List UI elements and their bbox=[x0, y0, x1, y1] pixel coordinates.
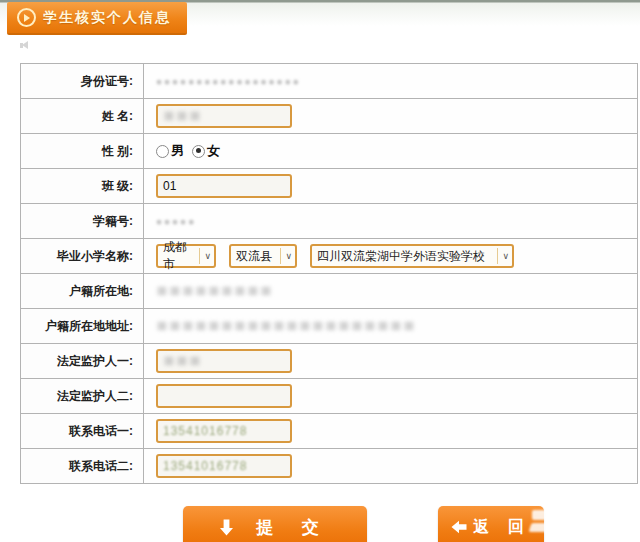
class-input[interactable]: 01 bbox=[156, 174, 292, 198]
gender-female-label: 女 bbox=[207, 142, 220, 160]
form-row-name: 姓 名: 〓〓〓 bbox=[21, 99, 637, 134]
field-label-guardian-1: 法定监护人一: bbox=[21, 344, 144, 378]
form-row-guardian-2: 法定监护人二: bbox=[21, 379, 637, 414]
speaker-icon bbox=[20, 41, 30, 50]
back-button-label: 返 回 bbox=[473, 517, 530, 538]
school-name-value: 四川双流棠湖中学外语实验学校 bbox=[317, 248, 485, 265]
submit-button-label: 提 交 bbox=[256, 516, 331, 539]
field-label-name: 姓 名: bbox=[21, 99, 144, 133]
page-title: 学生核实个人信息 bbox=[43, 9, 171, 27]
gender-male-label: 男 bbox=[171, 142, 184, 160]
field-label-residence: 户籍所在地: bbox=[21, 274, 144, 308]
field-label-residence-address: 户籍所在地地址: bbox=[21, 309, 144, 343]
form-row-residence: 户籍所在地: 〓〓〓〓〓〓〓〓〓 bbox=[21, 274, 637, 309]
school-county-select[interactable]: 双流县 ∨ bbox=[229, 244, 297, 268]
school-county-value: 双流县 bbox=[236, 248, 272, 265]
form-row-id-number: 身份证号: ●●●●●●●●●●●●●●●●●● bbox=[21, 64, 637, 99]
form-row-residence-address: 户籍所在地地址: 〓〓〓〓〓〓〓〓〓〓〓〓〓〓〓〓〓〓〓〓 bbox=[21, 309, 637, 344]
field-label-gender: 性 别: bbox=[21, 134, 144, 168]
id-number-redacted-value: ●●●●●●●●●●●●●●●●●● bbox=[156, 76, 301, 87]
form-row-phone-1: 联系电话一: 13541016778 bbox=[21, 414, 637, 449]
field-label-id-number: 身份证号: bbox=[21, 64, 144, 98]
school-city-value: 成都市 bbox=[163, 239, 194, 273]
form-row-student-number: 学籍号: ●●●●● bbox=[21, 204, 637, 239]
back-button[interactable]: 返 回 bbox=[438, 506, 544, 542]
form-row-gender: 性 别: 男 女 bbox=[21, 134, 637, 169]
form-row-graduated-school: 毕业小学名称: 成都市 ∨ 双流县 ∨ 四川双流棠湖中学外语实验学校 ∨ bbox=[21, 239, 637, 274]
play-circle-icon bbox=[17, 8, 36, 27]
field-label-phone-2: 联系电话二: bbox=[21, 449, 144, 483]
student-number-redacted-value: ●●●●● bbox=[156, 216, 196, 227]
submit-button[interactable]: 提 交 bbox=[183, 506, 367, 542]
school-city-select[interactable]: 成都市 ∨ bbox=[156, 244, 216, 268]
name-input[interactable]: 〓〓〓 bbox=[156, 104, 292, 128]
chevron-down-icon: ∨ bbox=[497, 248, 509, 264]
field-label-phone-1: 联系电话一: bbox=[21, 414, 144, 448]
field-label-class: 班 级: bbox=[21, 169, 144, 203]
phone-2-redacted-value: 13541016778 bbox=[163, 459, 247, 473]
guardian-1-redacted-value: 〓〓〓 bbox=[163, 353, 202, 370]
field-label-student-number: 学籍号: bbox=[21, 204, 144, 238]
class-value: 01 bbox=[163, 179, 176, 193]
down-arrow-icon bbox=[219, 519, 234, 536]
field-label-guardian-2: 法定监护人二: bbox=[21, 379, 144, 413]
phone-1-redacted-value: 13541016778 bbox=[163, 424, 247, 438]
field-label-graduated-school: 毕业小学名称: bbox=[21, 239, 144, 273]
field-value-id-number: ●●●●●●●●●●●●●●●●●● bbox=[144, 64, 637, 98]
residence-redacted-value: 〓〓〓〓〓〓〓〓〓 bbox=[156, 283, 273, 300]
form-row-phone-2: 联系电话二: 13541016778 bbox=[21, 449, 637, 484]
residence-address-redacted-value: 〓〓〓〓〓〓〓〓〓〓〓〓〓〓〓〓〓〓〓〓 bbox=[156, 318, 416, 335]
gender-male-radio[interactable] bbox=[156, 145, 169, 158]
gender-female-radio[interactable] bbox=[192, 145, 205, 158]
chevron-down-icon: ∨ bbox=[199, 248, 211, 264]
phone-1-input[interactable]: 13541016778 bbox=[156, 419, 292, 443]
form-row-class: 班 级: 01 bbox=[21, 169, 637, 204]
guardian-1-input[interactable]: 〓〓〓 bbox=[156, 349, 292, 373]
page-title-bar: 学生核实个人信息 bbox=[7, 2, 187, 35]
name-redacted-value: 〓〓〓 bbox=[163, 108, 202, 125]
phone-2-input[interactable]: 13541016778 bbox=[156, 454, 292, 478]
student-info-form: 身份证号: ●●●●●●●●●●●●●●●●●● 姓 名: 〓〓〓 性 别: 男… bbox=[20, 63, 638, 484]
left-arrow-icon bbox=[451, 520, 467, 534]
school-name-select[interactable]: 四川双流棠湖中学外语实验学校 ∨ bbox=[310, 244, 514, 268]
chevron-down-icon: ∨ bbox=[280, 248, 292, 264]
form-row-guardian-1: 法定监护人一: 〓〓〓 bbox=[21, 344, 637, 379]
guardian-2-input[interactable] bbox=[156, 384, 292, 408]
